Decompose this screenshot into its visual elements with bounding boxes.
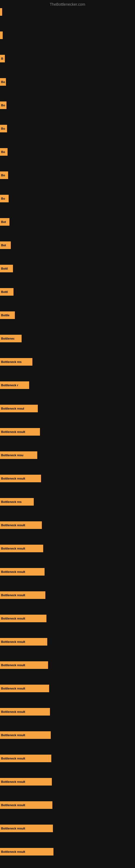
bar-row-35: Bottleneck result <box>0 825 53 832</box>
bar-row-18: Bottleneck result <box>0 428 40 436</box>
bar-label-16: Bottleneck r <box>1 383 18 387</box>
bar-label-27: Bottleneck result <box>1 640 25 643</box>
bar-label-13: Bottle <box>1 314 9 317</box>
bar-label-8: Bo <box>1 197 5 200</box>
bar-label-17: Bottleneck resul <box>1 407 24 410</box>
bar-label-23: Bottleneck result <box>1 547 25 550</box>
bar-row-10: Bot <box>0 241 11 249</box>
bar-row-25: Bottleneck result <box>0 591 45 599</box>
bar-row-17: Bottleneck resul <box>0 405 38 412</box>
bar-label-11: Bottl <box>1 267 8 270</box>
bar-label-3: Bo <box>1 80 5 84</box>
bar-row-34: Bottleneck result <box>0 801 52 809</box>
bar-row-23: Bottleneck result <box>0 545 43 552</box>
bar-row-29: Bottleneck result <box>0 685 49 692</box>
bar-label-24: Bottleneck result <box>1 570 25 574</box>
bar-row-8: Bo <box>0 195 9 203</box>
bar-row-13: Bottle <box>0 311 15 319</box>
bar-row-1 <box>0 31 3 39</box>
bars-container: BBoBoBoBoBoBoBotBotBottlBottlBottleBottl… <box>0 8 135 856</box>
bar-row-4: Bo <box>0 101 6 109</box>
bar-row-5: Bo <box>0 125 7 132</box>
bar-label-34: Bottleneck result <box>1 803 25 807</box>
bar-row-12: Bottl <box>0 288 13 296</box>
bar-label-35: Bottleneck result <box>1 827 25 830</box>
bar-label-20: Bottleneck result <box>1 477 25 480</box>
bar-row-21: Bottleneck res <box>0 498 34 506</box>
bar-row-24: Bottleneck result <box>0 568 45 576</box>
bar-label-9: Bot <box>1 220 6 223</box>
bar-row-28: Bottleneck result <box>0 661 48 669</box>
bar-label-36: Bottleneck result <box>1 850 25 854</box>
bar-row-11: Bottl <box>0 265 13 272</box>
bar-row-6: Bo <box>0 148 8 156</box>
bar-label-15: Bottleneck res <box>1 360 21 364</box>
bar-label-5: Bo <box>1 127 5 130</box>
bar-row-9: Bot <box>0 218 9 226</box>
bar-label-31: Bottleneck result <box>1 734 25 737</box>
bar-row-16: Bottleneck r <box>0 381 29 389</box>
bar-label-29: Bottleneck result <box>1 687 25 690</box>
bar-row-0 <box>0 8 2 16</box>
bar-label-10: Bot <box>1 244 6 247</box>
bar-label-21: Bottleneck res <box>1 500 21 503</box>
bar-label-12: Bottl <box>1 290 8 293</box>
bar-row-15: Bottleneck res <box>0 358 32 366</box>
bar-row-2: B <box>0 55 5 62</box>
bar-row-3: Bo <box>0 78 6 86</box>
bar-label-18: Bottleneck result <box>1 430 25 433</box>
bar-row-32: Bottleneck result <box>0 755 51 762</box>
bar-label-25: Bottleneck result <box>1 593 25 597</box>
bar-label-14: Bottlenec <box>1 337 14 340</box>
site-title: TheBottlenecker.com <box>0 0 135 8</box>
bar-label-32: Bottleneck result <box>1 757 25 760</box>
bar-label-28: Bottleneck result <box>1 663 25 667</box>
bar-row-20: Bottleneck result <box>0 475 41 482</box>
bar-label-26: Bottleneck result <box>1 617 25 620</box>
bar-label-19: Bottleneck resu <box>1 454 24 457</box>
bar-label-4: Bo <box>1 104 5 107</box>
bar-row-22: Bottleneck result <box>0 521 42 529</box>
bar-row-31: Bottleneck result <box>0 731 51 739</box>
bar-row-30: Bottleneck result <box>0 708 50 716</box>
bar-label-22: Bottleneck result <box>1 524 25 527</box>
bar-row-26: Bottleneck result <box>0 615 46 622</box>
bar-label-6: Bo <box>1 150 5 154</box>
bar-label-30: Bottleneck result <box>1 710 25 713</box>
bar-label-33: Bottleneck result <box>1 780 25 783</box>
bar-row-19: Bottleneck resu <box>0 452 37 459</box>
bar-label-2: B <box>1 57 3 60</box>
bar-label-7: Bo <box>1 174 5 177</box>
bar-row-36: Bottleneck result <box>0 848 53 856</box>
bar-row-33: Bottleneck result <box>0 778 52 785</box>
bar-row-14: Bottlenec <box>0 335 21 342</box>
bar-row-7: Bo <box>0 172 8 179</box>
bar-row-27: Bottleneck result <box>0 638 47 646</box>
